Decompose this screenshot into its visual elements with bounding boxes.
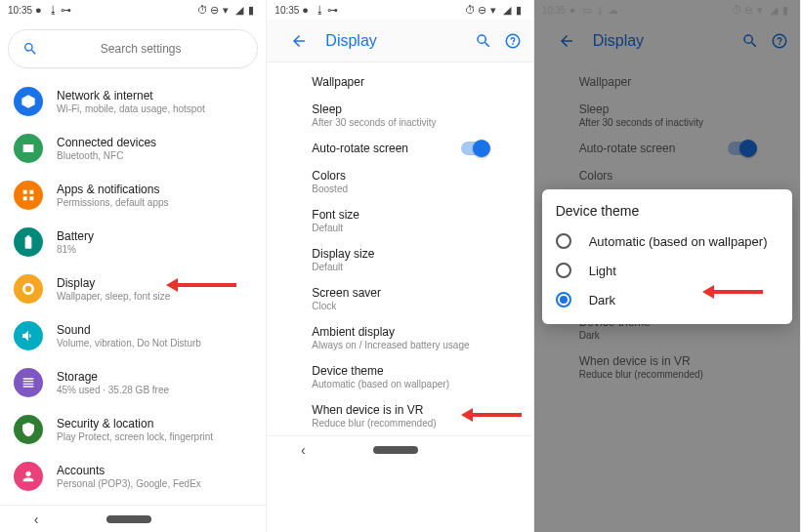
item-icon <box>14 415 43 444</box>
wifi-icon: ▾ <box>223 5 232 15</box>
item-text: Apps & notifications Permissions, defaul… <box>57 183 169 208</box>
row-title: Auto-rotate screen <box>312 142 460 155</box>
item-title: Network & internet <box>57 89 205 102</box>
item-icon <box>14 134 43 163</box>
row-title: Display size <box>312 247 487 261</box>
item-sub: 45% used · 35.28 GB free <box>57 385 169 395</box>
help-icon[interactable] <box>504 32 522 50</box>
item-sub: 81% <box>57 244 94 255</box>
item-icon <box>14 227 43 257</box>
theme-option-automatic-based-on-wallpaper-[interactable]: Automatic (based on wallpaper) <box>542 226 792 256</box>
option-label: Automatic (based on wallpaper) <box>589 234 768 249</box>
display-header: Display <box>267 20 532 62</box>
display-row-screen-saver[interactable]: Screen saver Clock <box>267 279 532 318</box>
item-text: Network & internet Wi-Fi, mobile, data u… <box>57 89 205 114</box>
nav-back[interactable]: ‹ <box>34 512 39 527</box>
row-sub: After 30 seconds of inactivity <box>312 117 487 128</box>
item-text: Battery 81% <box>57 229 94 255</box>
item-icon <box>14 87 43 116</box>
item-title: Sound <box>57 323 201 337</box>
display-row-auto-rotate-screen[interactable]: Auto-rotate screen <box>267 135 532 162</box>
chat-icon: ● <box>35 5 45 15</box>
panel-display: 10:35 ● ⭳ ⊶ ⏱ ⊖ ▾ ◢ ▮ Display Wallpaper … <box>267 0 533 532</box>
item-sub: Volume, vibration, Do Not Disturb <box>57 338 201 348</box>
row-sub: Clock <box>312 301 487 311</box>
status-bar: 10:35 ● ⭳ ⊶ ⏱ ⊖ ▾ ◢ ▮ <box>267 0 532 20</box>
dialog-title: Device theme <box>542 199 792 226</box>
item-title: Display <box>57 276 170 290</box>
item-text: Display Wallpaper, sleep, font size <box>57 276 170 302</box>
display-row-device-theme[interactable]: Device theme Automatic (based on wallpap… <box>267 357 532 396</box>
back-icon[interactable] <box>290 32 308 50</box>
settings-item-connected-devices[interactable]: Connected devices Bluetooth, NFC <box>0 125 266 172</box>
item-text: Sound Volume, vibration, Do Not Disturb <box>57 323 201 348</box>
item-sub: Personal (POP3), Google, FedEx <box>57 478 201 489</box>
row-sub: Boosted <box>312 184 487 194</box>
option-label: Dark <box>589 293 615 307</box>
item-title: Battery <box>57 229 94 243</box>
radio-icon <box>556 263 571 278</box>
display-row-wallpaper[interactable]: Wallpaper <box>267 68 532 96</box>
row-sub: Default <box>312 223 487 233</box>
status-bar: 10:35 ● ⭳ ⊶ ⏱ ⊖ ▾ ◢ ▮ <box>0 0 266 20</box>
display-row-sleep[interactable]: Sleep After 30 seconds of inactivity <box>267 96 532 135</box>
settings-item-display[interactable]: Display Wallpaper, sleep, font size <box>0 266 266 312</box>
display-row-colors[interactable]: Colors Boosted <box>267 162 532 201</box>
item-title: Storage <box>57 370 169 384</box>
device-theme-dialog: Device theme Automatic (based on wallpap… <box>542 189 792 324</box>
search-icon <box>22 41 38 57</box>
nav-home[interactable] <box>373 446 418 454</box>
item-icon <box>14 368 43 397</box>
alarm-icon: ⏱ <box>465 5 475 15</box>
row-sub: Always on / Increased battery usage <box>312 340 487 350</box>
row-sub: Automatic (based on wallpaper) <box>312 379 487 389</box>
item-sub: Bluetooth, NFC <box>57 150 156 161</box>
row-sub: Default <box>312 262 487 272</box>
settings-list: Network & internet Wi-Fi, mobile, data u… <box>0 78 266 505</box>
key-icon: ⊶ <box>61 5 70 15</box>
settings-item-storage[interactable]: Storage 45% used · 35.28 GB free <box>0 359 266 406</box>
row-title: Ambient display <box>312 325 487 339</box>
annotation-arrow <box>473 413 522 417</box>
settings-item-sound[interactable]: Sound Volume, vibration, Do Not Disturb <box>0 312 266 359</box>
search-icon[interactable] <box>475 32 492 50</box>
download-icon: ⭳ <box>315 5 324 15</box>
theme-option-light[interactable]: Light <box>542 256 792 285</box>
dnd-icon: ⊖ <box>210 5 220 15</box>
settings-item-network-internet[interactable]: Network & internet Wi-Fi, mobile, data u… <box>0 78 266 125</box>
row-title: Wallpaper <box>312 75 487 89</box>
status-time: 10:35 <box>8 5 32 16</box>
display-row-font-size[interactable]: Font size Default <box>267 201 532 240</box>
radio-icon <box>556 233 571 249</box>
item-sub: Wi-Fi, mobile, data usage, hotspot <box>57 103 205 114</box>
battery-icon: ▮ <box>248 5 258 15</box>
item-text: Storage 45% used · 35.28 GB free <box>57 370 169 395</box>
display-row-ambient-display[interactable]: Ambient display Always on / Increased ba… <box>267 318 532 357</box>
nav-home[interactable] <box>106 515 151 523</box>
row-title: Colors <box>312 169 487 183</box>
panel-theme-dialog: 10:35 ● ▭ ⭳ ☁ · ⏱ ⊖ ▾ ◢ ▮ Display Wal <box>534 0 801 532</box>
nav-bar: ‹ ▢ <box>267 435 532 463</box>
signal-icon: ◢ <box>503 5 513 15</box>
annotation-arrow <box>714 290 763 294</box>
settings-item-security-location[interactable]: Security & location Play Protect, screen… <box>0 406 266 453</box>
signal-icon: ◢ <box>235 5 245 15</box>
wifi-icon: ▾ <box>490 5 500 15</box>
search-settings[interactable] <box>8 29 258 68</box>
settings-item-battery[interactable]: Battery 81% <box>0 219 266 266</box>
row-title: Device theme <box>312 364 487 378</box>
item-title: Accounts <box>57 464 201 477</box>
option-label: Light <box>589 264 616 278</box>
search-wrap <box>0 20 266 78</box>
item-icon <box>14 462 43 491</box>
toggle-switch[interactable] <box>461 142 488 155</box>
search-input[interactable] <box>38 42 243 56</box>
display-row-display-size[interactable]: Display size Default <box>267 240 532 279</box>
settings-item-apps-notifications[interactable]: Apps & notifications Permissions, defaul… <box>0 172 266 219</box>
item-text: Connected devices Bluetooth, NFC <box>57 136 156 161</box>
nav-back[interactable]: ‹ <box>301 442 306 458</box>
key-icon: ⊶ <box>327 5 337 15</box>
display-list: Wallpaper Sleep After 30 seconds of inac… <box>267 62 532 435</box>
settings-item-accounts[interactable]: Accounts Personal (POP3), Google, FedEx <box>0 453 266 500</box>
alarm-icon: ⏱ <box>197 5 207 15</box>
